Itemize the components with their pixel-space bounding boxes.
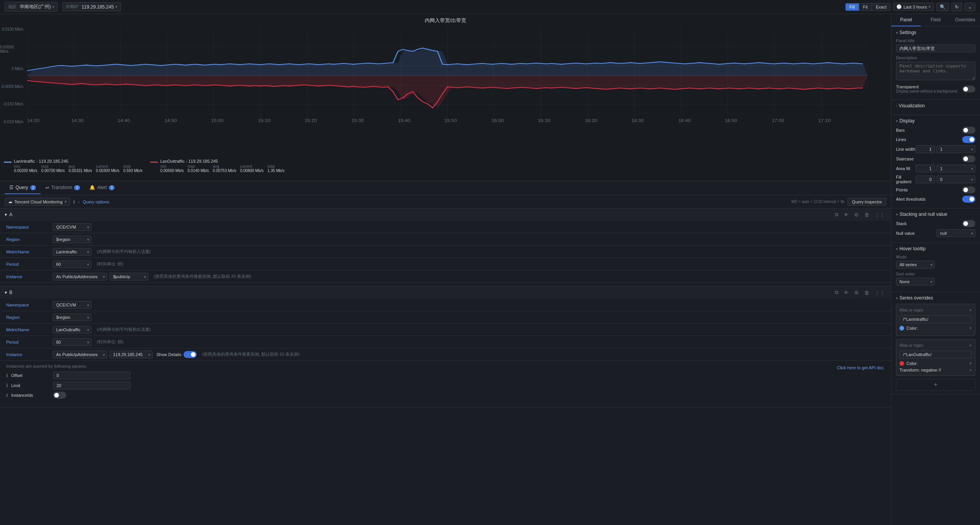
area-fill-input[interactable] xyxy=(916,165,935,172)
stack-toggle[interactable] xyxy=(962,220,975,227)
query-group-b-header[interactable]: ▾ B ⧉ 👁 ⚙ 🗑 ⋮⋮ xyxy=(0,286,891,299)
a-instance-value-select[interactable]: $publicIp xyxy=(110,273,148,281)
region-value: 华南地区(广州) xyxy=(20,3,51,10)
add-override-button[interactable]: + xyxy=(896,379,975,391)
sort-order-select[interactable]: None xyxy=(896,278,935,286)
description-field: Description xyxy=(896,55,975,81)
query-tab-icon: ☰ xyxy=(9,185,14,190)
b-instance-type-select[interactable]: As PublicIpAddresses xyxy=(53,351,107,358)
series-overrides-section-header[interactable]: ▾ Series overrides xyxy=(896,295,975,301)
line-width-input[interactable] xyxy=(916,145,935,153)
b-namespace-select[interactable]: QCE/CVM xyxy=(53,301,91,309)
api-link[interactable]: Click here to get API doc. xyxy=(87,365,885,370)
null-value-select[interactable]: null xyxy=(937,229,975,237)
more-button[interactable]: ⌄ xyxy=(965,3,975,11)
exact-button[interactable]: Exact xyxy=(872,3,891,10)
b-region-select[interactable]: $region xyxy=(53,313,91,321)
limit-input[interactable] xyxy=(53,382,130,389)
override-1-color-dot[interactable] xyxy=(899,326,904,330)
instanceids-toggle[interactable] xyxy=(53,392,66,399)
area-fill-select[interactable]: 1 xyxy=(937,165,975,172)
mode-select[interactable]: All series xyxy=(896,261,935,269)
delete-a-button[interactable]: 🗑 xyxy=(863,211,871,219)
override-2-regex[interactable] xyxy=(899,351,972,358)
toggle-a-button[interactable]: 👁 xyxy=(842,211,850,219)
a-period-select[interactable]: 60 xyxy=(53,260,91,268)
override-2-delete[interactable]: × xyxy=(969,343,972,348)
display-section-header[interactable]: ▾ Display xyxy=(896,118,975,124)
info-icon[interactable]: ℹ xyxy=(73,199,75,205)
series-overrides-section-title: Series overrides xyxy=(899,295,933,301)
limit-field: ℹ Limit xyxy=(6,382,885,389)
stacking-section-header[interactable]: ▾ Stacking and null value xyxy=(896,212,975,217)
b-metricname-select[interactable]: LanOuttraffic xyxy=(53,326,91,334)
override-1-color-delete[interactable]: × xyxy=(969,325,972,331)
visualization-section-header[interactable]: › Visualization xyxy=(896,103,975,108)
drag-b-button[interactable]: ⋮⋮ xyxy=(873,289,886,296)
lines-label: Lines xyxy=(896,137,906,142)
region-selector[interactable]: 地区 华南地区(广州) ▾ xyxy=(5,2,58,12)
staircase-toggle[interactable] xyxy=(962,155,975,162)
a-region-select[interactable]: $region xyxy=(53,236,91,243)
copy-b-button[interactable]: ⧉ xyxy=(833,289,840,296)
b-period-select[interactable]: 60 xyxy=(53,338,91,346)
a-instance-type-select[interactable]: As PublicIpAddresses xyxy=(53,273,107,281)
instanceids-info-icon[interactable]: ℹ xyxy=(6,392,8,398)
collapse-icon[interactable]: › xyxy=(78,199,80,205)
bars-toggle[interactable] xyxy=(962,127,975,134)
query-group-a-header[interactable]: ▾ A ⧉ 👁 ⚙ 🗑 ⋮⋮ xyxy=(0,208,891,221)
override-2-color-delete[interactable]: × xyxy=(969,361,972,366)
line-width-select[interactable]: 1 xyxy=(937,145,975,153)
offset-input[interactable] xyxy=(53,372,130,379)
ip-selector[interactable]: 外网IP 119.29.185.245 ▾ xyxy=(62,2,121,11)
time-range-selector[interactable]: 🕐 Last 3 hours ▾ xyxy=(893,3,934,11)
panel-tab-panel[interactable]: Panel xyxy=(891,14,921,26)
override-1-delete[interactable]: × xyxy=(969,307,972,313)
datasource-badge[interactable]: ☁ Tencent Cloud Monitoring ▾ xyxy=(5,198,70,206)
b-instance-value-select[interactable]: 119.29.185.245 xyxy=(110,351,153,358)
panel-tab-field[interactable]: Field xyxy=(921,14,950,26)
copy-a-button[interactable]: ⧉ xyxy=(833,211,840,219)
settings-section-header[interactable]: ▾ Settings xyxy=(896,30,975,35)
query-inspector-button[interactable]: Query inspector xyxy=(848,198,886,206)
refresh-button[interactable]: ↻ xyxy=(951,3,962,11)
transparent-toggle[interactable] xyxy=(962,86,975,93)
panel-title-input[interactable] xyxy=(896,45,975,52)
tab-transform[interactable]: ⇌ Transform 0 xyxy=(41,182,85,194)
override-2-color-row: Color: × xyxy=(899,361,972,366)
zoom-button[interactable]: 🔍 xyxy=(936,3,949,11)
fill-gradient-input[interactable] xyxy=(916,176,935,183)
settings-a-button[interactable]: ⚙ xyxy=(853,211,860,219)
limit-info-icon[interactable]: ℹ xyxy=(6,383,8,388)
points-toggle[interactable] xyxy=(962,186,975,193)
hover-tooltip-section-header[interactable]: ▾ Hover tooltip xyxy=(896,246,975,251)
tab-alert[interactable]: 🔔 Alert 0 xyxy=(85,182,119,194)
fit-button[interactable]: Fit xyxy=(859,3,872,10)
svg-text:14:20: 14:20 xyxy=(27,118,39,123)
a-namespace-select[interactable]: QCE/CVM xyxy=(53,223,91,231)
settings-b-button[interactable]: ⚙ xyxy=(853,289,860,296)
override-2-color-dot[interactable] xyxy=(899,361,904,366)
legend-name-2: LanOuttraffic - 119.29.185.245 xyxy=(160,159,285,164)
fill-gradient-select[interactable]: 0 xyxy=(937,176,975,183)
staircase-row: Staircase xyxy=(896,155,975,162)
fill-button[interactable]: Fill xyxy=(846,3,859,10)
override-1-regex[interactable] xyxy=(899,315,972,323)
delete-b-button[interactable]: 🗑 xyxy=(863,289,871,296)
tab-query[interactable]: ☰ Query 2 xyxy=(5,182,41,194)
sort-order-field: Sort order None xyxy=(896,272,975,286)
b-show-details-toggle[interactable] xyxy=(184,351,197,358)
a-period-label: Period xyxy=(6,262,53,267)
query-options-link[interactable]: Query options xyxy=(83,200,109,204)
override-2-transform-delete[interactable]: × xyxy=(970,368,972,372)
lines-toggle[interactable] xyxy=(962,136,975,143)
panel-tab-overrides[interactable]: Overrides xyxy=(951,14,980,26)
alert-thresholds-toggle[interactable] xyxy=(962,196,975,203)
settings-section-title: Settings xyxy=(899,30,916,35)
drag-a-button[interactable]: ⋮⋮ xyxy=(873,211,886,219)
offset-info-icon[interactable]: ℹ xyxy=(6,373,8,378)
a-metricname-select[interactable]: LanIntraffic xyxy=(53,248,91,256)
transform-tab-icon: ⇌ xyxy=(45,185,49,190)
description-input[interactable] xyxy=(896,62,975,80)
toggle-b-button[interactable]: 👁 xyxy=(842,289,850,296)
